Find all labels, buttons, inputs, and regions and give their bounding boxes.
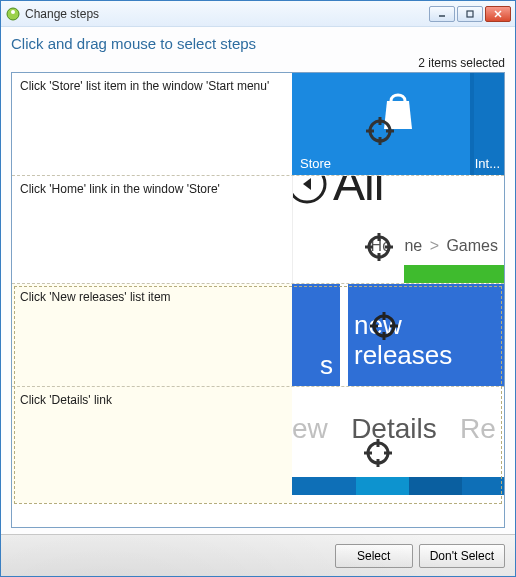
window-title: Change steps xyxy=(25,7,429,21)
instruction-text: Click and drag mouse to select steps xyxy=(11,35,505,52)
step-row[interactable]: Click 'Store' list item in the window 'S… xyxy=(12,73,504,176)
tile-label: Store xyxy=(300,156,331,171)
maximize-button[interactable] xyxy=(457,6,483,22)
minimize-button[interactable] xyxy=(429,6,455,22)
svg-rect-3 xyxy=(467,11,473,17)
steps-list[interactable]: Click 'Store' list item in the window 'S… xyxy=(11,72,505,528)
target-icon xyxy=(366,117,394,148)
target-icon xyxy=(370,312,398,343)
dont-select-button[interactable]: Don't Select xyxy=(419,544,505,568)
titlebar[interactable]: Change steps xyxy=(1,1,515,27)
step-thumbnail: All Homne > Games xyxy=(292,176,504,283)
step-row[interactable]: Click 'New releases' list item s new rel… xyxy=(12,284,504,387)
back-arrow-icon xyxy=(293,176,333,210)
tile-label-partial: Int... xyxy=(475,156,500,171)
target-icon xyxy=(365,233,393,265)
step-row[interactable]: Click 'Details' link ew Details Re xyxy=(12,387,504,503)
tile-fragment: s xyxy=(320,352,333,378)
dialog-content: Click and drag mouse to select steps 2 i… xyxy=(1,27,515,534)
close-button[interactable] xyxy=(485,6,511,22)
step-description: Click 'Details' link xyxy=(12,387,292,503)
window-controls xyxy=(429,6,511,22)
step-thumbnail: ew Details Re xyxy=(292,387,504,503)
color-strip xyxy=(292,477,504,495)
selection-count: 2 items selected xyxy=(11,56,505,70)
svg-point-1 xyxy=(11,10,15,14)
breadcrumb-item: Games xyxy=(446,237,498,254)
progress-bar xyxy=(404,265,504,283)
tile-text-line2: releases xyxy=(354,342,452,368)
step-description: Click 'Store' list item in the window 'S… xyxy=(12,73,292,175)
target-icon xyxy=(364,439,392,470)
step-thumbnail: Store Int... xyxy=(292,73,504,175)
select-button[interactable]: Select xyxy=(335,544,413,568)
step-description: Click 'New releases' list item xyxy=(12,284,292,386)
breadcrumb: Homne > Games xyxy=(371,237,498,255)
dialog-window: Change steps Click and drag mouse to sel… xyxy=(0,0,516,577)
step-description: Click 'Home' link in the window 'Store' xyxy=(12,176,292,283)
step-row[interactable]: Click 'Home' link in the window 'Store' … xyxy=(12,176,504,284)
text-fragment: ew xyxy=(292,413,328,444)
step-thumbnail: s new releases xyxy=(292,284,504,386)
heading-fragment: All xyxy=(333,176,383,211)
text-fragment: Re xyxy=(460,413,496,444)
app-icon xyxy=(5,6,21,22)
dialog-footer: Select Don't Select xyxy=(1,534,515,576)
